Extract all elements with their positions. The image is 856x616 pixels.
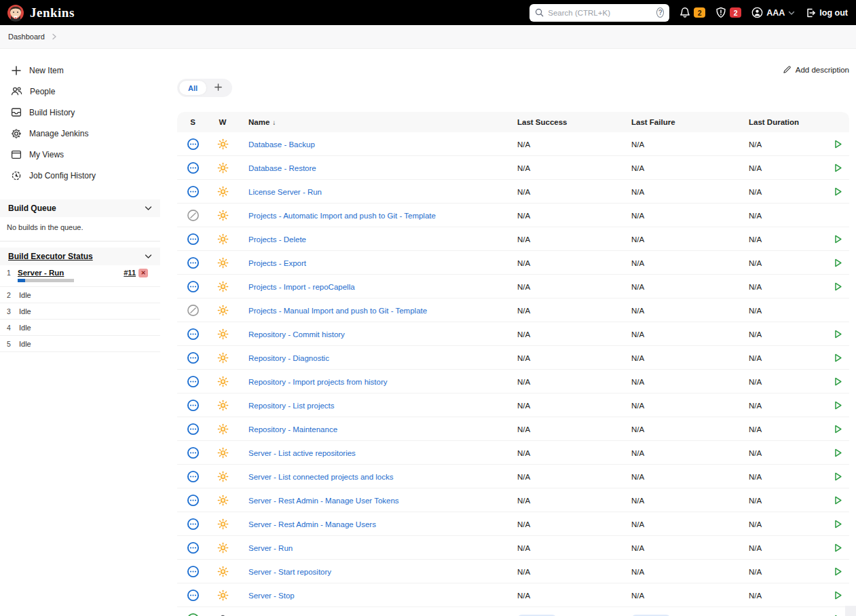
notification-count-badge[interactable]: 2 <box>694 7 705 18</box>
success-icon[interactable] <box>187 613 200 616</box>
add-description-button[interactable]: Add description <box>783 65 849 74</box>
column-header-status[interactable]: S <box>177 118 208 126</box>
sidebar-item-build-history[interactable]: Build History <box>0 102 160 123</box>
stop-build-button[interactable]: ✕ <box>138 269 148 277</box>
never-built-icon[interactable] <box>187 375 200 388</box>
never-built-icon[interactable] <box>187 161 200 174</box>
run-job-button[interactable] <box>833 590 843 600</box>
job-name-link[interactable]: Projects - Import - repoCapella <box>237 283 355 291</box>
sidebar-item-job-config-history[interactable]: Job Config History <box>0 165 160 186</box>
never-built-icon[interactable] <box>187 399 200 412</box>
executor-build-link[interactable]: #11 <box>124 269 136 277</box>
build-progress-bar[interactable] <box>18 279 74 282</box>
security-warnings-button[interactable]: 2 <box>715 7 741 18</box>
sun-icon <box>217 162 229 174</box>
new-view-button[interactable] <box>206 81 230 95</box>
never-built-icon[interactable] <box>187 185 200 198</box>
disabled-icon[interactable] <box>187 209 200 222</box>
job-name-link[interactable]: License Server - Run <box>237 188 322 196</box>
job-name-link[interactable]: Projects - Manual Import and push to Git… <box>237 307 427 315</box>
security-count-badge[interactable]: 2 <box>730 7 741 18</box>
column-header-last-failure[interactable]: Last Failure <box>631 118 749 126</box>
executor-job-link[interactable]: Server - Run <box>18 269 64 277</box>
never-built-icon[interactable] <box>187 233 200 246</box>
run-job-button[interactable] <box>833 282 843 292</box>
never-built-icon[interactable] <box>187 541 200 554</box>
never-built-icon[interactable] <box>187 565 200 578</box>
last-failure-value: N/A <box>631 354 644 362</box>
breadcrumb-dashboard[interactable]: Dashboard <box>8 33 45 41</box>
job-row-server-start-repository: Server - Start repositoryN/AN/AN/A <box>177 560 849 583</box>
job-name-link[interactable]: Server - Start repository <box>237 568 331 576</box>
build-queue-header[interactable]: Build Queue <box>0 199 160 217</box>
run-job-button[interactable] <box>833 377 843 387</box>
collapse-chevron-icon[interactable] <box>145 206 152 211</box>
run-job-button[interactable] <box>833 471 843 482</box>
job-name-link[interactable]: Projects - Automatic Import and push to … <box>237 212 436 220</box>
job-name-link[interactable]: Projects - Export <box>237 259 306 267</box>
job-row-projects-import-repocapella: Projects - Import - repoCapellaN/AN/AN/A <box>177 275 849 299</box>
run-job-button[interactable] <box>833 258 843 268</box>
job-name-link[interactable]: Repository - Maintenance <box>237 425 337 434</box>
run-job-button[interactable] <box>833 163 843 173</box>
job-name-link[interactable]: Server - Rest Admin - Manage Users <box>237 520 376 528</box>
column-header-name[interactable]: Name↓ <box>237 118 517 126</box>
run-job-button[interactable] <box>833 353 843 363</box>
never-built-icon[interactable] <box>187 470 200 483</box>
run-job-button[interactable] <box>833 566 843 577</box>
never-built-icon[interactable] <box>187 138 200 151</box>
column-header-last-success[interactable]: Last Success <box>517 118 631 126</box>
search-input[interactable] <box>548 9 652 17</box>
last-success-value: N/A <box>517 307 530 315</box>
job-name-link[interactable]: Database - Backup <box>237 140 315 149</box>
run-job-button[interactable] <box>833 448 843 458</box>
run-job-button[interactable] <box>833 543 843 553</box>
sidebar-item-my-views[interactable]: My Views <box>0 144 160 165</box>
run-job-button[interactable] <box>833 400 843 410</box>
collapse-chevron-icon[interactable] <box>145 254 152 259</box>
job-name-link[interactable]: Server - List connected projects and loc… <box>237 473 394 481</box>
run-job-button[interactable] <box>833 519 843 529</box>
run-job-button[interactable] <box>833 139 843 149</box>
job-name-link[interactable]: Server - Stop <box>237 592 295 600</box>
never-built-icon[interactable] <box>187 423 200 436</box>
never-built-icon[interactable] <box>187 446 200 459</box>
job-name-link[interactable]: Database - Restore <box>237 164 316 172</box>
build-executor-title[interactable]: Build Executor Status <box>8 252 93 261</box>
job-name-link[interactable]: Repository - Import projects from histor… <box>237 378 388 386</box>
job-name-link[interactable]: Server - Rest Admin - Manage User Tokens <box>237 497 399 505</box>
never-built-icon[interactable] <box>187 494 200 507</box>
job-name-link[interactable]: Repository - List projects <box>237 402 335 410</box>
job-name-link[interactable]: Server - Run <box>237 544 293 552</box>
tab-all[interactable]: All <box>179 81 206 95</box>
never-built-icon[interactable] <box>187 518 200 531</box>
disabled-icon[interactable] <box>187 304 200 317</box>
run-job-button[interactable] <box>833 495 843 505</box>
jenkins-home-link[interactable]: Jenkins <box>7 4 75 22</box>
build-executor-header[interactable]: Build Executor Status <box>0 248 160 265</box>
run-job-button[interactable] <box>833 187 843 197</box>
never-built-icon[interactable] <box>187 256 200 269</box>
sidebar-item-manage-jenkins[interactable]: Manage Jenkins <box>0 123 160 144</box>
user-menu[interactable]: AAA <box>751 7 795 18</box>
never-built-icon[interactable] <box>187 589 200 602</box>
sidebar-item-people[interactable]: People <box>0 81 160 102</box>
run-job-button[interactable] <box>833 234 843 244</box>
job-name-link[interactable]: Server - List active repositories <box>237 449 356 457</box>
sidebar-item-new-item[interactable]: New Item <box>0 60 160 81</box>
run-job-button[interactable] <box>833 424 843 434</box>
job-name-link[interactable]: Repository - Commit history <box>237 330 345 339</box>
notifications-button[interactable]: 2 <box>680 7 705 18</box>
never-built-icon[interactable] <box>187 328 200 341</box>
job-name-link[interactable]: Projects - Delete <box>237 235 306 244</box>
column-header-weather[interactable]: W <box>208 118 237 126</box>
executor-state-label: Idle <box>19 340 31 348</box>
run-job-button[interactable] <box>833 329 843 339</box>
never-built-icon[interactable] <box>187 280 200 293</box>
job-name-link[interactable]: Repository - Diagnostic <box>237 354 329 362</box>
never-built-icon[interactable] <box>187 351 200 364</box>
column-header-last-duration[interactable]: Last Duration <box>749 118 826 126</box>
help-icon[interactable]: ? <box>656 7 664 18</box>
breadcrumb-chevron-icon[interactable] <box>52 33 57 40</box>
logout-button[interactable]: log out <box>805 7 848 18</box>
